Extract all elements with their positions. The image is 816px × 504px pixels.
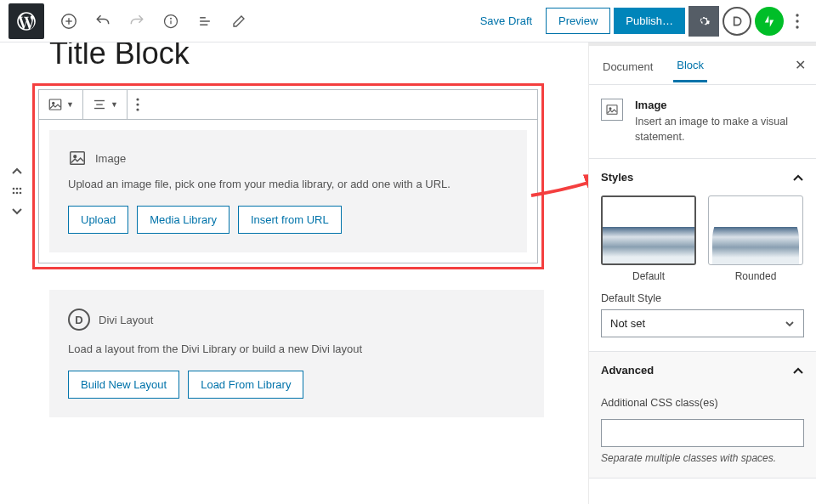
save-draft-button[interactable]: Save Draft (470, 8, 542, 34)
svg-point-17 (20, 192, 22, 195)
image-icon (601, 99, 623, 121)
jetpack-button[interactable] (755, 7, 784, 36)
divi-logo-icon: D (68, 309, 90, 331)
add-block-icon[interactable] (58, 10, 80, 32)
preview-button[interactable]: Preview (546, 8, 610, 34)
divi-button[interactable] (722, 7, 751, 36)
styles-heading[interactable]: Styles (589, 159, 816, 195)
chevron-up-icon (792, 366, 804, 375)
advanced-panel: Advanced Additional CSS class(es) Separa… (589, 352, 816, 479)
divi-desc: Load a layout from the Divi Library or b… (68, 343, 525, 355)
more-options-button[interactable] (787, 14, 808, 29)
svg-point-12 (13, 188, 15, 190)
settings-sidebar: Document Block ✕ Image Insert an image t… (588, 42, 816, 504)
outline-icon[interactable] (194, 10, 216, 32)
svg-point-5 (171, 18, 172, 19)
css-classes-label: Additional CSS class(es) (601, 397, 804, 409)
divi-layout-block: D Divi Layout Load a layout from the Div… (49, 290, 544, 417)
close-sidebar-button[interactable]: ✕ (795, 57, 806, 73)
info-icon[interactable] (160, 10, 182, 32)
more-vertical-icon (136, 98, 139, 111)
settings-button[interactable] (688, 6, 719, 37)
default-style-label: Default Style (601, 292, 804, 304)
placeholder-desc: Upload an image file, pick one from your… (68, 178, 508, 190)
image-icon (68, 149, 87, 167)
block-card: Image Insert an image to make a visual s… (589, 85, 816, 159)
editor-topbar: Save Draft Preview Publish… (0, 0, 816, 42)
css-classes-help: Separate multiple classes with spaces. (601, 452, 804, 464)
redo-icon (126, 10, 148, 32)
wordpress-logo[interactable] (8, 3, 44, 39)
insert-url-button[interactable]: Insert from URL (238, 206, 342, 234)
chevron-down-icon: ▼ (66, 100, 74, 109)
tab-block[interactable]: Block (673, 48, 707, 82)
block-type-button[interactable]: ▼ (39, 90, 83, 119)
style-rounded[interactable]: Rounded (708, 195, 803, 282)
placeholder-label: Image (95, 152, 126, 165)
move-up-icon[interactable] (8, 163, 26, 178)
highlight-box: ▼ ▼ Image U (32, 83, 544, 269)
svg-point-16 (16, 192, 19, 195)
align-icon (92, 97, 107, 112)
chevron-up-icon (792, 173, 804, 182)
drag-handle-icon[interactable] (8, 184, 26, 199)
post-title[interactable]: Title Block (49, 42, 571, 71)
svg-point-24 (136, 103, 139, 105)
publish-button[interactable]: Publish… (614, 8, 685, 34)
svg-point-29 (609, 108, 611, 110)
svg-point-9 (796, 14, 798, 16)
edit-icon[interactable] (228, 10, 250, 32)
tab-document[interactable]: Document (599, 49, 656, 82)
editor-canvas: Title Block ▼ ▼ (0, 42, 588, 504)
svg-point-19 (53, 102, 54, 104)
divi-label: Divi Layout (99, 314, 153, 326)
css-classes-input[interactable] (601, 419, 804, 447)
svg-rect-28 (607, 105, 617, 115)
styles-panel: Styles Default Rounded Default Style N (589, 159, 816, 352)
panel-desc: Insert an image to make a visual stateme… (635, 115, 804, 144)
block-mover (8, 163, 26, 219)
media-library-button[interactable]: Media Library (137, 206, 230, 234)
align-button[interactable]: ▼ (83, 90, 128, 119)
load-library-button[interactable]: Load From Library (188, 371, 303, 399)
image-block: ▼ ▼ Image U (38, 89, 538, 263)
image-placeholder: Image Upload an image file, pick one fro… (49, 130, 527, 252)
svg-point-11 (796, 25, 798, 28)
advanced-heading[interactable]: Advanced (589, 352, 816, 388)
default-style-select[interactable]: Not set (601, 309, 804, 337)
block-toolbar: ▼ ▼ (39, 90, 537, 120)
svg-point-13 (16, 188, 19, 190)
move-down-icon[interactable] (8, 204, 26, 219)
chevron-down-icon (785, 320, 795, 327)
sidebar-tabs: Document Block ✕ (589, 46, 816, 85)
image-icon (48, 97, 63, 112)
svg-point-15 (13, 192, 15, 195)
build-layout-button[interactable]: Build New Layout (68, 371, 179, 399)
undo-icon[interactable] (92, 10, 114, 32)
svg-point-10 (796, 20, 798, 22)
svg-point-14 (20, 188, 22, 190)
svg-rect-26 (71, 152, 85, 165)
upload-button[interactable]: Upload (68, 206, 128, 234)
panel-title: Image (635, 99, 804, 111)
block-more-button[interactable] (128, 90, 148, 119)
style-default[interactable]: Default (601, 195, 696, 282)
svg-point-25 (136, 108, 139, 110)
chevron-down-icon: ▼ (110, 100, 118, 109)
svg-point-27 (74, 156, 76, 158)
svg-rect-18 (49, 99, 61, 110)
svg-point-23 (136, 98, 139, 100)
